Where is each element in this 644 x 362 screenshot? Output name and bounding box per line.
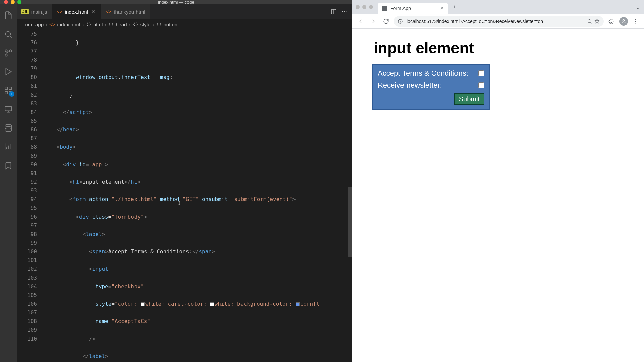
svg-point-24 — [635, 22, 636, 23]
close-tab-icon[interactable]: ✕ — [440, 6, 444, 11]
html-file-icon: <> — [49, 22, 55, 27]
url-text: localhost:5173/index.html?AcceptToC=on&R… — [407, 19, 543, 24]
editor-area: JS main.js <> index.html ✕ <> thankyou.h… — [17, 4, 352, 362]
breadcrumb-item[interactable]: index.html — [57, 22, 80, 27]
zoom-window-button[interactable] — [17, 0, 21, 4]
submit-button[interactable]: Submit — [454, 93, 484, 105]
run-debug-icon[interactable] — [0, 64, 16, 80]
form-row-terms: Accept Terms & Conditions: — [378, 69, 484, 78]
svg-rect-8 — [5, 106, 12, 111]
label-newsletter: Receive newsletter: — [378, 81, 442, 90]
site-info-icon[interactable] — [398, 19, 403, 24]
svg-point-2 — [5, 54, 7, 56]
vscode-window: index.html — code 1 — [0, 0, 352, 362]
forward-button[interactable] — [368, 16, 378, 26]
form-body: Accept Terms & Conditions: Receive newsl… — [372, 64, 490, 110]
color-swatch-cornflower — [296, 302, 300, 306]
activity-bar: 1 — [0, 4, 17, 362]
minimize-window-button[interactable] — [362, 5, 366, 9]
label-terms: Accept Terms & Conditions: — [378, 69, 468, 78]
tab-label: main.js — [31, 9, 47, 15]
remote-explorer-icon[interactable] — [0, 101, 16, 117]
form-row-newsletter: Receive newsletter: — [378, 81, 484, 90]
breadcrumb-item[interactable]: html — [93, 22, 103, 27]
favicon-icon — [382, 6, 387, 11]
chrome-window: Form App ✕ + ⌄ localhost:5173/index.html… — [352, 0, 644, 362]
svg-point-21 — [623, 19, 624, 21]
tab-thankyou-html[interactable]: <> thankyou.html — [101, 4, 150, 19]
color-swatch-white — [210, 302, 214, 306]
browser-tab-title: Form App — [390, 6, 411, 11]
checkbox-newsletter[interactable] — [478, 82, 484, 88]
html-file-icon: <> — [106, 9, 111, 14]
chart-icon[interactable] — [0, 139, 16, 155]
svg-point-9 — [5, 124, 12, 127]
svg-point-13 — [342, 11, 343, 12]
svg-rect-5 — [9, 87, 12, 90]
address-bar[interactable]: localhost:5173/index.html?AcceptToC=on&R… — [394, 16, 604, 27]
new-tab-button[interactable]: + — [450, 2, 460, 12]
zoom-window-button[interactable] — [369, 5, 373, 9]
js-file-icon: JS — [21, 9, 29, 14]
close-tab-icon[interactable]: ✕ — [91, 9, 96, 15]
bookmark-icon[interactable] — [0, 158, 16, 174]
browser-toolbar: localhost:5173/index.html?AcceptToC=on&R… — [352, 14, 644, 29]
macos-titlebar: index.html — code — [0, 0, 352, 4]
tabs-row: JS main.js <> index.html ✕ <> thankyou.h… — [17, 4, 352, 19]
extensions-icon[interactable]: 1 — [0, 82, 16, 99]
chevron-down-icon[interactable]: ⌄ — [636, 4, 644, 10]
svg-point-20 — [588, 19, 591, 22]
page-heading: input element — [374, 39, 624, 57]
tab-index-html[interactable]: <> index.html ✕ — [52, 4, 101, 19]
breadcrumb[interactable]: form-app› <> index.html› html› head› sty… — [17, 19, 352, 29]
breadcrumb-item[interactable]: button — [164, 22, 178, 27]
rendered-page: input element Accept Terms & Conditions:… — [352, 29, 644, 362]
close-window-button[interactable] — [356, 5, 360, 9]
line-gutter: 7576777879808182838485868788899091929394… — [17, 29, 44, 362]
split-editor-icon[interactable] — [331, 9, 337, 15]
code-content[interactable]: } window.output.innerText = msg; } </scr… — [44, 29, 352, 362]
html-file-icon: <> — [57, 9, 62, 14]
breadcrumb-item[interactable]: style — [140, 22, 151, 27]
extensions-puzzle-icon[interactable] — [606, 16, 616, 26]
svg-point-3 — [5, 50, 7, 52]
browser-tab[interactable]: Form App ✕ — [378, 3, 448, 14]
svg-point-1 — [9, 50, 12, 52]
back-button[interactable] — [356, 16, 366, 26]
svg-rect-4 — [5, 87, 8, 90]
profile-avatar[interactable] — [619, 17, 628, 26]
database-icon[interactable] — [0, 120, 16, 136]
extensions-badge: 1 — [9, 91, 14, 97]
scrollbar-thumb[interactable] — [348, 187, 352, 257]
element-icon — [156, 22, 162, 27]
bookmark-star-icon[interactable] — [594, 19, 600, 24]
window-title: index.html — code — [0, 0, 352, 5]
svg-point-14 — [344, 11, 345, 12]
explorer-icon[interactable] — [0, 7, 16, 23]
svg-point-15 — [346, 11, 346, 12]
browser-traffic-lights — [356, 5, 378, 9]
tab-label: index.html — [65, 9, 88, 15]
browser-tab-strip: Form App ✕ + ⌄ — [352, 0, 644, 14]
kebab-menu-icon[interactable] — [631, 16, 641, 26]
element-icon — [133, 22, 138, 27]
tab-label: thankyou.html — [114, 9, 145, 15]
svg-point-22 — [635, 19, 636, 20]
color-swatch-white — [141, 302, 145, 306]
more-actions-icon[interactable] — [341, 9, 347, 15]
text-cursor-icon — [177, 200, 182, 206]
element-icon — [86, 22, 91, 27]
zoom-icon[interactable] — [587, 19, 592, 24]
source-control-icon[interactable] — [0, 45, 16, 61]
breadcrumb-item[interactable]: form-app — [23, 22, 44, 27]
code-editor[interactable]: 7576777879808182838485868788899091929394… — [17, 29, 352, 362]
element-icon — [108, 22, 114, 27]
tab-main-js[interactable]: JS main.js — [17, 4, 52, 19]
reload-button[interactable] — [381, 16, 391, 26]
search-icon[interactable] — [0, 26, 16, 42]
checkbox-terms[interactable] — [478, 70, 484, 76]
breadcrumb-item[interactable]: head — [116, 22, 127, 27]
traffic-lights — [4, 0, 21, 4]
minimize-window-button[interactable] — [11, 0, 15, 4]
close-window-button[interactable] — [4, 0, 8, 4]
